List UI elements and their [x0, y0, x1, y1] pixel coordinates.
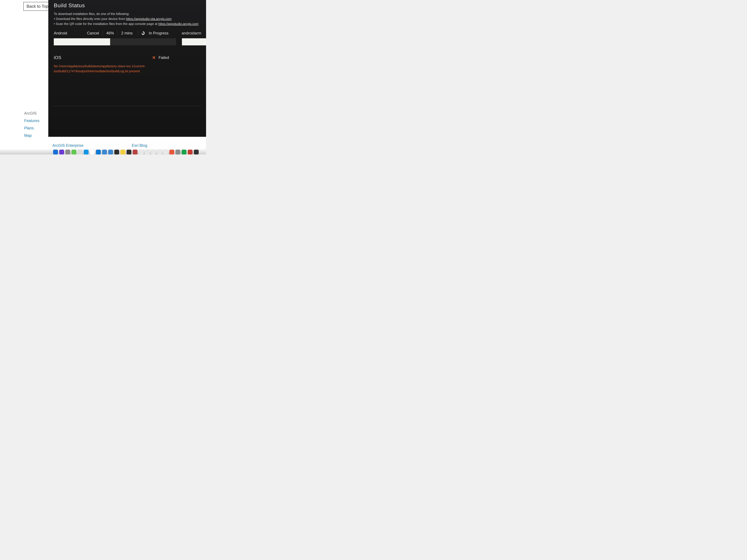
footer-link-plans[interactable]: Plans — [24, 126, 40, 130]
dock-app-icon[interactable] — [59, 150, 64, 155]
cancel-button[interactable]: Cancel — [87, 31, 99, 35]
target-progress-track — [182, 38, 206, 45]
dock-app-icon[interactable] — [72, 150, 76, 155]
dock-app-icon[interactable] — [96, 150, 101, 155]
back-to-top-button[interactable]: Back to Top — [23, 2, 52, 11]
dock-app-icon[interactable] — [133, 150, 137, 155]
dock-app-icon[interactable] — [139, 150, 144, 155]
dock-app-icon[interactable] — [114, 150, 119, 155]
android-percent: 46% — [106, 31, 114, 35]
dock-app-icon[interactable] — [102, 150, 107, 155]
build-status-modal: Build Status To download installation fi… — [48, 0, 206, 137]
target-progress-fill — [182, 38, 206, 45]
android-progress-track — [54, 38, 176, 45]
page-left-column: Back to Top ArcGIS Features Plans Map — [0, 0, 48, 155]
dock-app-icon[interactable] — [176, 150, 180, 155]
dock-app-icon[interactable] — [84, 150, 88, 155]
dock-app-icon[interactable] — [108, 150, 113, 155]
dock-app-icon[interactable] — [188, 150, 192, 155]
instructions-block: To download installation files, do one o… — [54, 11, 201, 26]
dock-app-icon[interactable] — [194, 150, 199, 155]
dock-app-icon[interactable] — [127, 150, 131, 155]
dock-app-icon[interactable] — [78, 150, 82, 155]
ios-build-row: iOS ✕ Failed — [54, 55, 201, 60]
footer-link-features[interactable]: Features — [24, 118, 40, 123]
bullet1-text: Download the files directly onto your de… — [56, 17, 126, 21]
instructions-lead: To download installation files, do one o… — [54, 11, 201, 17]
mac-dock[interactable] — [0, 149, 206, 155]
footer-link-group-arcgis: ArcGIS Features Plans Map — [24, 111, 40, 138]
android-label: Android — [54, 31, 83, 35]
viewport: Back to Top ArcGIS Features Plans Map Bu… — [0, 0, 206, 155]
failed-x-icon: ✕ — [152, 55, 156, 60]
ios-error-message: No /Users/appfactory/buildslaves/appfact… — [54, 64, 170, 74]
ota-link[interactable]: https://appstudio-ota.arcgis.com — [126, 17, 172, 21]
progress-spinner-icon — [141, 31, 145, 35]
instructions-bullet-2: Scan the QR code for the installation fi… — [54, 21, 201, 26]
separator — [138, 31, 138, 35]
dock-app-icon[interactable] — [151, 150, 156, 155]
dock-app-icon[interactable] — [157, 150, 162, 155]
appstudio-link[interactable]: https://appstudio.arcgis.com — [158, 22, 199, 26]
android-build-row: Android Cancel 46% 2 mins In Progress an… — [54, 31, 201, 35]
dock-app-icon[interactable] — [182, 150, 186, 155]
dock-app-icon[interactable] — [90, 150, 95, 155]
ios-label: iOS — [54, 55, 61, 60]
dock-app-icon[interactable] — [53, 150, 58, 155]
ios-status: Failed — [159, 55, 169, 60]
footer-heading: ArcGIS — [24, 111, 40, 115]
footer-link-esri-blog[interactable]: Esri Blog — [132, 143, 147, 148]
dock-app-icon[interactable] — [163, 150, 168, 155]
footer-link-map[interactable]: Map — [24, 133, 40, 138]
dock-app-icon[interactable] — [66, 150, 70, 155]
android-target: androidarm — [182, 31, 201, 35]
android-eta: 2 mins — [121, 31, 133, 35]
dock-app-icon[interactable] — [145, 150, 150, 155]
footer-bottom-links: ArcGIS Enterprise Esri Blog — [0, 143, 206, 148]
android-status: In Progress — [149, 31, 169, 35]
dock-app-icon[interactable] — [170, 150, 174, 155]
instructions-bullet-1: Download the files directly onto your de… — [54, 17, 201, 21]
dock-app-icon[interactable] — [121, 150, 125, 155]
footer-link-enterprise[interactable]: ArcGIS Enterprise — [52, 143, 83, 148]
bullet2-text: Scan the QR code for the installation fi… — [56, 22, 158, 26]
modal-title: Build Status — [54, 2, 201, 8]
ios-status-group: ✕ Failed — [152, 55, 169, 60]
android-progress-fill — [54, 38, 110, 45]
